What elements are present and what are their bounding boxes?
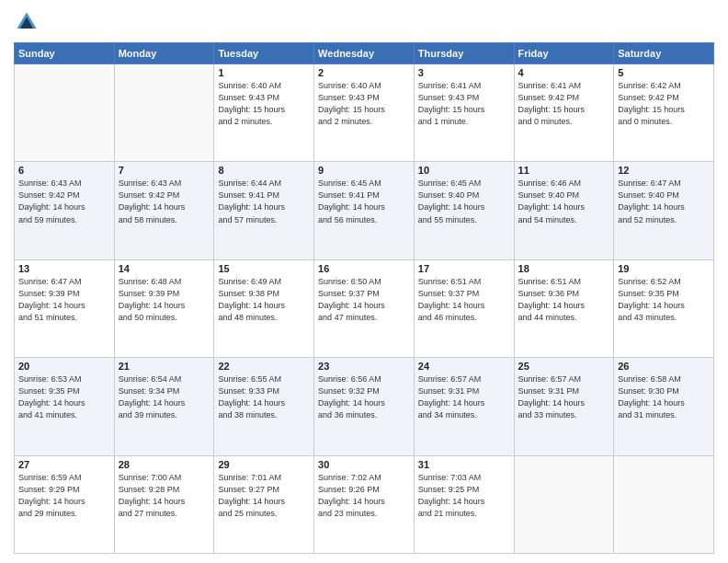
calendar-cell: 17Sunrise: 6:51 AM Sunset: 9:37 PM Dayli… bbox=[414, 259, 514, 357]
calendar-cell: 27Sunrise: 6:59 AM Sunset: 9:29 PM Dayli… bbox=[15, 455, 115, 553]
day-info: Sunrise: 6:44 AM Sunset: 9:41 PM Dayligh… bbox=[218, 178, 310, 225]
day-number: 2 bbox=[318, 67, 410, 78]
calendar-cell: 23Sunrise: 6:56 AM Sunset: 9:32 PM Dayli… bbox=[314, 358, 415, 455]
day-number: 8 bbox=[218, 165, 310, 176]
day-info: Sunrise: 6:56 AM Sunset: 9:32 PM Dayligh… bbox=[318, 373, 410, 421]
calendar-cell: 8Sunrise: 6:44 AM Sunset: 9:41 PM Daylig… bbox=[214, 162, 314, 259]
day-info: Sunrise: 6:55 AM Sunset: 9:33 PM Dayligh… bbox=[218, 373, 310, 421]
calendar-cell: 13Sunrise: 6:47 AM Sunset: 9:39 PM Dayli… bbox=[15, 259, 115, 357]
calendar-cell: 18Sunrise: 6:51 AM Sunset: 9:36 PM Dayli… bbox=[514, 259, 614, 357]
calendar-cell bbox=[114, 64, 214, 162]
weekday-header: Tuesday bbox=[214, 43, 314, 64]
weekday-header: Thursday bbox=[414, 43, 514, 64]
calendar-cell: 20Sunrise: 6:53 AM Sunset: 9:35 PM Dayli… bbox=[15, 358, 115, 455]
day-info: Sunrise: 6:45 AM Sunset: 9:41 PM Dayligh… bbox=[318, 178, 410, 225]
day-number: 27 bbox=[18, 459, 110, 470]
calendar-cell: 31Sunrise: 7:03 AM Sunset: 9:25 PM Dayli… bbox=[414, 455, 514, 553]
day-number: 6 bbox=[18, 165, 110, 176]
weekday-header: Monday bbox=[114, 43, 214, 64]
day-number: 4 bbox=[518, 67, 610, 78]
day-info: Sunrise: 6:59 AM Sunset: 9:29 PM Dayligh… bbox=[18, 472, 110, 520]
calendar-cell: 30Sunrise: 7:02 AM Sunset: 9:26 PM Dayli… bbox=[314, 455, 415, 553]
day-info: Sunrise: 6:40 AM Sunset: 9:43 PM Dayligh… bbox=[218, 80, 310, 128]
calendar-cell: 6Sunrise: 6:43 AM Sunset: 9:42 PM Daylig… bbox=[15, 162, 115, 259]
calendar-cell bbox=[15, 64, 115, 162]
calendar-cell: 22Sunrise: 6:55 AM Sunset: 9:33 PM Dayli… bbox=[214, 358, 314, 455]
day-info: Sunrise: 7:02 AM Sunset: 9:26 PM Dayligh… bbox=[318, 472, 410, 520]
day-number: 18 bbox=[518, 263, 610, 274]
calendar-week-row: 13Sunrise: 6:47 AM Sunset: 9:39 PM Dayli… bbox=[15, 259, 714, 357]
day-info: Sunrise: 6:48 AM Sunset: 9:39 PM Dayligh… bbox=[119, 276, 210, 324]
day-info: Sunrise: 6:47 AM Sunset: 9:40 PM Dayligh… bbox=[618, 178, 710, 225]
calendar-cell: 29Sunrise: 7:01 AM Sunset: 9:27 PM Dayli… bbox=[214, 455, 314, 553]
calendar-table: SundayMondayTuesdayWednesdayThursdayFrid… bbox=[14, 42, 714, 554]
calendar-cell: 1Sunrise: 6:40 AM Sunset: 9:43 PM Daylig… bbox=[214, 64, 314, 162]
day-info: Sunrise: 6:43 AM Sunset: 9:42 PM Dayligh… bbox=[119, 178, 210, 225]
day-info: Sunrise: 6:41 AM Sunset: 9:42 PM Dayligh… bbox=[518, 80, 610, 128]
day-info: Sunrise: 6:41 AM Sunset: 9:43 PM Dayligh… bbox=[418, 80, 510, 128]
calendar-cell: 15Sunrise: 6:49 AM Sunset: 9:38 PM Dayli… bbox=[214, 259, 314, 357]
calendar-cell: 28Sunrise: 7:00 AM Sunset: 9:28 PM Dayli… bbox=[114, 455, 214, 553]
day-number: 30 bbox=[318, 459, 410, 470]
calendar-cell: 19Sunrise: 6:52 AM Sunset: 9:35 PM Dayli… bbox=[614, 259, 714, 357]
calendar-cell: 3Sunrise: 6:41 AM Sunset: 9:43 PM Daylig… bbox=[414, 64, 514, 162]
weekday-header: Wednesday bbox=[314, 43, 415, 64]
day-info: Sunrise: 6:51 AM Sunset: 9:37 PM Dayligh… bbox=[418, 276, 510, 324]
day-number: 12 bbox=[618, 165, 710, 176]
calendar-header-row: SundayMondayTuesdayWednesdayThursdayFrid… bbox=[15, 43, 714, 64]
calendar-cell: 7Sunrise: 6:43 AM Sunset: 9:42 PM Daylig… bbox=[114, 162, 214, 259]
day-number: 14 bbox=[119, 263, 210, 274]
day-number: 5 bbox=[618, 67, 710, 78]
day-info: Sunrise: 7:01 AM Sunset: 9:27 PM Dayligh… bbox=[218, 472, 310, 520]
day-number: 23 bbox=[318, 361, 410, 372]
day-info: Sunrise: 6:58 AM Sunset: 9:30 PM Dayligh… bbox=[618, 373, 710, 421]
day-number: 7 bbox=[119, 165, 210, 176]
calendar-week-row: 27Sunrise: 6:59 AM Sunset: 9:29 PM Dayli… bbox=[15, 455, 714, 553]
day-info: Sunrise: 7:03 AM Sunset: 9:25 PM Dayligh… bbox=[418, 472, 510, 520]
day-number: 15 bbox=[218, 263, 310, 274]
day-info: Sunrise: 6:54 AM Sunset: 9:34 PM Dayligh… bbox=[119, 373, 210, 421]
calendar-cell: 26Sunrise: 6:58 AM Sunset: 9:30 PM Dayli… bbox=[614, 358, 714, 455]
calendar-cell: 16Sunrise: 6:50 AM Sunset: 9:37 PM Dayli… bbox=[314, 259, 415, 357]
calendar-cell: 14Sunrise: 6:48 AM Sunset: 9:39 PM Dayli… bbox=[114, 259, 214, 357]
day-number: 19 bbox=[618, 263, 710, 274]
header bbox=[14, 9, 714, 35]
day-info: Sunrise: 6:51 AM Sunset: 9:36 PM Dayligh… bbox=[518, 276, 610, 324]
day-info: Sunrise: 6:45 AM Sunset: 9:40 PM Dayligh… bbox=[418, 178, 510, 225]
day-number: 17 bbox=[418, 263, 510, 274]
day-number: 13 bbox=[18, 263, 110, 274]
day-number: 11 bbox=[518, 165, 610, 176]
day-info: Sunrise: 6:40 AM Sunset: 9:43 PM Dayligh… bbox=[318, 80, 410, 128]
day-number: 29 bbox=[218, 459, 310, 470]
day-info: Sunrise: 6:52 AM Sunset: 9:35 PM Dayligh… bbox=[618, 276, 710, 324]
calendar-week-row: 6Sunrise: 6:43 AM Sunset: 9:42 PM Daylig… bbox=[15, 162, 714, 259]
calendar-cell: 24Sunrise: 6:57 AM Sunset: 9:31 PM Dayli… bbox=[414, 358, 514, 455]
day-info: Sunrise: 6:43 AM Sunset: 9:42 PM Dayligh… bbox=[18, 178, 110, 225]
calendar-cell: 25Sunrise: 6:57 AM Sunset: 9:31 PM Dayli… bbox=[514, 358, 614, 455]
day-number: 3 bbox=[418, 67, 510, 78]
day-info: Sunrise: 7:00 AM Sunset: 9:28 PM Dayligh… bbox=[119, 472, 210, 520]
calendar-cell: 9Sunrise: 6:45 AM Sunset: 9:41 PM Daylig… bbox=[314, 162, 415, 259]
calendar-cell: 5Sunrise: 6:42 AM Sunset: 9:42 PM Daylig… bbox=[614, 64, 714, 162]
day-info: Sunrise: 6:50 AM Sunset: 9:37 PM Dayligh… bbox=[318, 276, 410, 324]
logo-icon bbox=[14, 9, 40, 35]
day-number: 9 bbox=[318, 165, 410, 176]
day-number: 10 bbox=[418, 165, 510, 176]
day-info: Sunrise: 6:57 AM Sunset: 9:31 PM Dayligh… bbox=[518, 373, 610, 421]
day-number: 22 bbox=[218, 361, 310, 372]
day-info: Sunrise: 6:47 AM Sunset: 9:39 PM Dayligh… bbox=[18, 276, 110, 324]
page: SundayMondayTuesdayWednesdayThursdayFrid… bbox=[0, 0, 728, 563]
calendar-cell: 4Sunrise: 6:41 AM Sunset: 9:42 PM Daylig… bbox=[514, 64, 614, 162]
day-number: 21 bbox=[119, 361, 210, 372]
calendar-cell: 2Sunrise: 6:40 AM Sunset: 9:43 PM Daylig… bbox=[314, 64, 415, 162]
calendar-cell: 12Sunrise: 6:47 AM Sunset: 9:40 PM Dayli… bbox=[614, 162, 714, 259]
calendar-cell bbox=[614, 455, 714, 553]
day-number: 1 bbox=[218, 67, 310, 78]
weekday-header: Sunday bbox=[15, 43, 115, 64]
day-number: 20 bbox=[18, 361, 110, 372]
logo bbox=[14, 9, 43, 35]
day-number: 24 bbox=[418, 361, 510, 372]
day-info: Sunrise: 6:57 AM Sunset: 9:31 PM Dayligh… bbox=[418, 373, 510, 421]
calendar-cell: 10Sunrise: 6:45 AM Sunset: 9:40 PM Dayli… bbox=[414, 162, 514, 259]
calendar-cell bbox=[514, 455, 614, 553]
